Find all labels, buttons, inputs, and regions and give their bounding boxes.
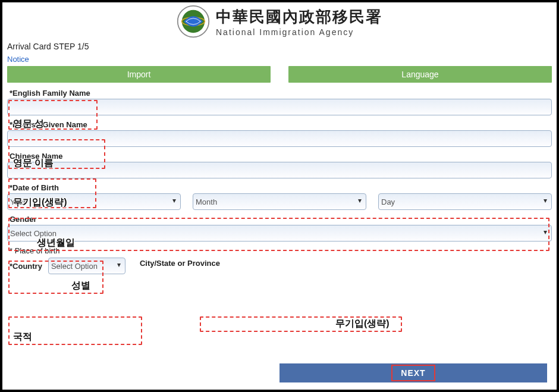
step-indicator: Arrival Card STEP 1/5 — [7, 42, 552, 51]
anno-label-gender: 성별 — [71, 280, 90, 292]
family-name-input[interactable] — [7, 99, 552, 115]
gender-select[interactable]: Select Option — [7, 225, 552, 242]
gender-label: Gender — [7, 214, 39, 225]
chinese-name-label: Chinese Name — [7, 150, 65, 162]
country-label: *Country — [7, 261, 45, 272]
import-button[interactable]: Import — [7, 66, 271, 83]
anno-label-country: 국적 — [13, 331, 32, 343]
language-button[interactable]: Language — [288, 66, 552, 83]
country-select[interactable]: Select Option — [48, 258, 125, 274]
dob-day-select[interactable]: Day — [378, 193, 552, 210]
chinese-name-input[interactable] — [7, 162, 552, 178]
agency-logo — [177, 5, 210, 38]
next-button-label: NEXT — [391, 365, 435, 381]
anno-label-city: 무기입(생략) — [335, 318, 390, 330]
anno-box-country — [8, 316, 142, 345]
given-name-input[interactable] — [7, 130, 552, 147]
header: 中華民國內政部移民署 National Immigration Agency — [7, 5, 552, 38]
city-label: City/State or Province — [137, 258, 222, 269]
family-name-label: *English Family Name — [7, 87, 93, 99]
dob-month-select[interactable]: Month — [193, 193, 366, 210]
next-button[interactable]: NEXT — [280, 363, 547, 382]
header-title-en: National Immigration Agency — [216, 27, 382, 37]
pob-label: * Place of birth — [7, 245, 62, 256]
given-name-label: *English Given Name — [7, 119, 90, 130]
dob-year-select[interactable]: Year — [7, 193, 181, 210]
header-title-cn: 中華民國內政部移民署 — [216, 7, 382, 27]
notice-link[interactable]: Notice — [7, 55, 552, 64]
anno-box-city — [200, 316, 402, 332]
dob-label: *Date of Birth — [7, 182, 61, 193]
